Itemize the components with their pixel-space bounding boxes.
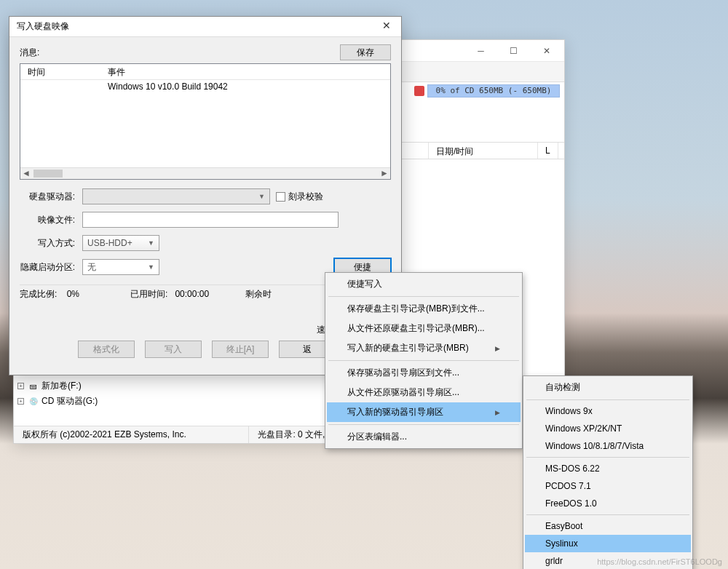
minimize-button[interactable]: ─ — [464, 41, 497, 61]
save-button[interactable]: 保存 — [340, 44, 391, 60]
menu-separator — [328, 424, 519, 425]
col-time[interactable]: 时间 — [20, 64, 100, 79]
menu-partition-editor[interactable]: 分区表编辑器... — [327, 427, 521, 447]
menu-save-bootsector[interactable]: 保存驱动器引导扇区到文件... — [327, 363, 521, 383]
bootsector-type-submenu: 自动检测 Windows 9x Windows XP/2K/NT Windows… — [523, 375, 693, 569]
menu-separator — [328, 296, 519, 297]
menu-separator — [526, 457, 689, 458]
submenu-msdos[interactable]: MS-DOS 6.22 — [525, 460, 691, 477]
submenu-win10[interactable]: Windows 10/8.1/8/7/Vista — [525, 437, 691, 455]
cd-icon: 💿 — [28, 397, 39, 407]
progress-label: 完成比例: — [20, 289, 57, 299]
tree-label: CD 驱动器(G:) — [41, 395, 98, 407]
elapsed-value: 00:00:00 — [175, 289, 209, 299]
menu-write-new-bootsector[interactable]: 写入新的驱动器引导扇区▶ — [327, 402, 521, 422]
bg-progress-bar: 0% of CD 650MB (- 650MB) — [427, 84, 560, 98]
image-label: 映像文件: — [20, 214, 82, 226]
log-table: 时间 事件 Windows 10 v10.0 Build 19042 ◄ ► — [20, 63, 391, 180]
message-label: 消息: — [20, 47, 39, 59]
drive-combo[interactable]: ▼ — [82, 188, 270, 204]
col-size[interactable]: L — [538, 143, 558, 159]
submenu-arrow-icon: ▶ — [495, 409, 500, 416]
dialog-title: 写入硬盘映像 — [17, 20, 69, 33]
log-headers: 时间 事件 — [20, 64, 390, 80]
menu-separator — [526, 514, 689, 515]
menu-write-new-mbr[interactable]: 写入新的硬盘主引导记录(MBR)▶ — [327, 338, 521, 358]
remaining-label: 剩余时 — [245, 288, 272, 301]
horizontal-scrollbar[interactable]: ◄ ► — [20, 167, 390, 179]
scroll-thumb[interactable] — [33, 170, 63, 178]
scroll-left-icon[interactable]: ◄ — [20, 168, 32, 179]
chevron-down-icon: ▼ — [148, 263, 154, 271]
tree-label: 新加卷(F:) — [41, 380, 82, 392]
tree-item-volume-f[interactable]: + 🖴 新加卷(F:) — [13, 378, 159, 394]
menu-save-mbr[interactable]: 保存硬盘主引导记录(MBR)到文件... — [327, 299, 521, 319]
write-method-combo[interactable]: USB-HDD+▼ — [82, 235, 159, 251]
menu-separator — [526, 399, 689, 400]
media-icon — [414, 86, 424, 96]
submenu-win9x[interactable]: Windows 9x — [525, 402, 691, 420]
col-datetime[interactable]: 日期/时间 — [429, 143, 538, 159]
format-button[interactable]: 格式化 — [78, 341, 135, 358]
submenu-arrow-icon: ▶ — [495, 345, 500, 352]
menu-restore-mbr[interactable]: 从文件还原硬盘主引导记录(MBR)... — [327, 319, 521, 338]
stop-button[interactable]: 终止[A] — [212, 341, 269, 358]
watermark: https://blog.csdn.net/FirST6LOODg — [597, 557, 722, 566]
verify-label: 刻录校验 — [288, 191, 323, 203]
expand-icon[interactable]: + — [17, 383, 24, 389]
drive-label: 硬盘驱动器: — [20, 191, 82, 203]
submenu-syslinux[interactable]: Syslinux — [525, 535, 691, 552]
submenu-freedos[interactable]: FreeDOS 1.0 — [525, 495, 691, 512]
status-copyright: 版权所有 (c)2002-2021 EZB Systems, Inc. — [14, 426, 249, 443]
image-file-input[interactable] — [82, 212, 339, 228]
submenu-pcdos[interactable]: PCDOS 7.1 — [525, 477, 691, 495]
col-event[interactable]: 事件 — [100, 64, 132, 79]
progress-value: 0% — [67, 289, 79, 299]
close-button[interactable]: ✕ — [530, 41, 563, 61]
elapsed-label: 已用时间: — [130, 289, 167, 299]
hidden-partition-label: 隐藏启动分区: — [20, 261, 82, 274]
write-button[interactable]: 写入 — [145, 341, 202, 358]
maximize-button[interactable]: ☐ — [497, 41, 530, 61]
submenu-auto-detect[interactable]: 自动检测 — [525, 378, 691, 397]
menu-separator — [328, 360, 519, 361]
menu-restore-bootsector[interactable]: 从文件还原驱动器引导扇区... — [327, 383, 521, 402]
write-method-label: 写入方式: — [20, 237, 82, 250]
expand-icon[interactable]: + — [17, 398, 24, 405]
dialog-close-button[interactable]: ✕ — [376, 20, 397, 34]
drive-icon: 🖴 — [28, 381, 39, 391]
dialog-titlebar: 写入硬盘映像 ✕ — [9, 17, 401, 37]
hidden-partition-combo[interactable]: 无▼ — [82, 259, 159, 275]
verify-checkbox[interactable] — [276, 192, 285, 202]
log-event-text: Windows 10 v10.0 Build 19042 — [108, 81, 228, 92]
chevron-down-icon: ▼ — [148, 239, 154, 247]
chevron-down-icon: ▼ — [258, 193, 265, 200]
submenu-winxp[interactable]: Windows XP/2K/NT — [525, 420, 691, 437]
menu-convenient-write[interactable]: 便捷写入 — [327, 274, 521, 294]
log-row: Windows 10 v10.0 Build 19042 — [20, 80, 390, 93]
tree-item-cd-g[interactable]: + 💿 CD 驱动器(G:) — [13, 394, 159, 409]
convenient-write-menu: 便捷写入 保存硬盘主引导记录(MBR)到文件... 从文件还原硬盘主引导记录(M… — [325, 272, 523, 449]
drive-tree: + 🖴 新加卷(F:) + 💿 CD 驱动器(G:) — [13, 378, 159, 409]
submenu-easyboot[interactable]: EasyBoot — [525, 517, 691, 535]
scroll-right-icon[interactable]: ► — [379, 168, 390, 179]
